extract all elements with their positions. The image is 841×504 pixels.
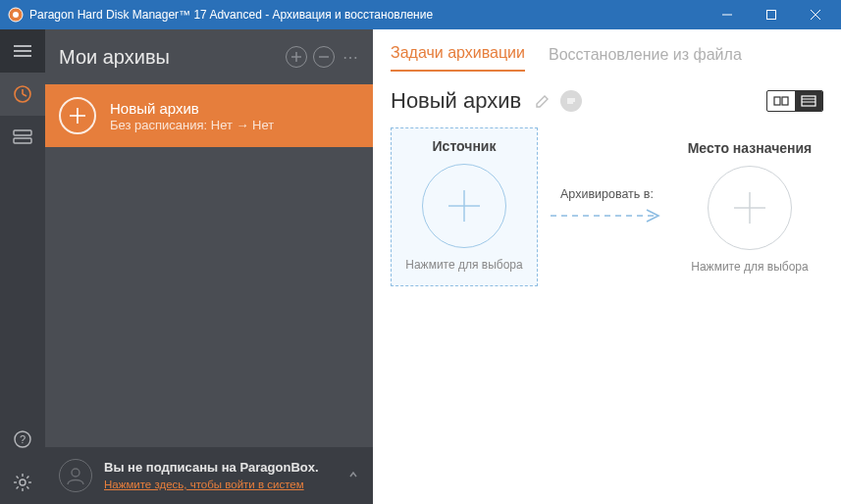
- content-panel: Задачи архивации Восстановление из файла…: [373, 29, 841, 504]
- archive-item[interactable]: Новый архив Без расписания: Нет → Нет: [45, 84, 373, 147]
- tab-restore[interactable]: Восстановление из файла: [549, 46, 742, 72]
- add-archive-button[interactable]: [286, 46, 307, 68]
- svg-point-16: [20, 479, 26, 485]
- tab-backup-tasks[interactable]: Задачи архивации: [391, 44, 525, 72]
- view-cards-button[interactable]: [767, 91, 795, 111]
- archives-panel: Мои архивы ⋯ Новый архив Без расписания:…: [45, 29, 373, 504]
- more-menu-button[interactable]: ⋯: [342, 48, 359, 67]
- account-footer: Вы не подписаны на ParagonBox. Нажмите з…: [45, 447, 373, 504]
- svg-point-30: [72, 469, 79, 477]
- comment-button[interactable]: [560, 90, 582, 112]
- titlebar: Paragon Hard Disk Manager™ 17 Advanced -…: [0, 0, 841, 29]
- menu-button[interactable]: [0, 29, 45, 73]
- arrow-label: Архивировать в:: [542, 187, 672, 201]
- help-button[interactable]: ?: [0, 418, 45, 461]
- svg-rect-36: [802, 96, 815, 106]
- view-toggle: [766, 90, 823, 112]
- svg-line-22: [26, 486, 28, 488]
- arrow-icon: [549, 209, 666, 223]
- select-source-button[interactable]: [422, 164, 506, 248]
- window-title: Paragon Hard Disk Manager™ 17 Advanced -…: [29, 8, 705, 22]
- edit-name-button[interactable]: [535, 93, 551, 109]
- nav-backup[interactable]: [0, 73, 45, 116]
- content-title: Новый архив: [391, 88, 521, 114]
- left-rail: ?: [0, 29, 45, 504]
- remove-archive-button[interactable]: [313, 46, 335, 68]
- svg-rect-3: [766, 11, 775, 20]
- tabs: Задачи архивации Восстановление из файла: [373, 29, 841, 73]
- login-link[interactable]: Нажмите здесь, чтобы войти в систем: [104, 479, 304, 490]
- svg-line-21: [17, 477, 19, 479]
- source-hint: Нажмите для выбора: [397, 258, 531, 272]
- view-list-button[interactable]: [795, 91, 822, 111]
- plus-icon: [59, 97, 96, 134]
- source-card: Источник Нажмите для выбора: [391, 127, 538, 286]
- svg-text:?: ?: [20, 433, 26, 445]
- svg-rect-34: [774, 97, 780, 105]
- avatar-icon: [59, 459, 92, 492]
- svg-line-24: [17, 486, 19, 488]
- destination-card: Место назначения Нажмите для выбора: [676, 140, 823, 274]
- destination-hint: Нажмите для выбора: [676, 260, 823, 274]
- archives-heading: Мои архивы: [59, 46, 280, 69]
- maximize-button[interactable]: [749, 0, 793, 29]
- destination-label: Место назначения: [676, 140, 823, 156]
- app-icon: [8, 7, 24, 23]
- archive-schedule: Без расписания: Нет → Нет: [110, 118, 274, 132]
- source-label: Источник: [397, 138, 531, 154]
- archive-name: Новый архив: [110, 100, 274, 117]
- expand-footer-button[interactable]: [347, 467, 359, 484]
- svg-point-1: [13, 12, 19, 18]
- select-destination-button[interactable]: [708, 166, 792, 250]
- svg-line-23: [26, 477, 28, 479]
- close-button[interactable]: [793, 0, 837, 29]
- svg-rect-13: [14, 138, 31, 143]
- svg-rect-35: [782, 97, 788, 105]
- arrow-block: Архивировать в:: [542, 187, 672, 227]
- minimize-button[interactable]: [705, 0, 749, 29]
- svg-line-11: [23, 94, 26, 96]
- account-status: Вы не подписаны на ParagonBox.: [104, 460, 319, 475]
- nav-disks[interactable]: [0, 116, 45, 159]
- settings-button[interactable]: [0, 461, 45, 504]
- svg-rect-12: [14, 130, 31, 135]
